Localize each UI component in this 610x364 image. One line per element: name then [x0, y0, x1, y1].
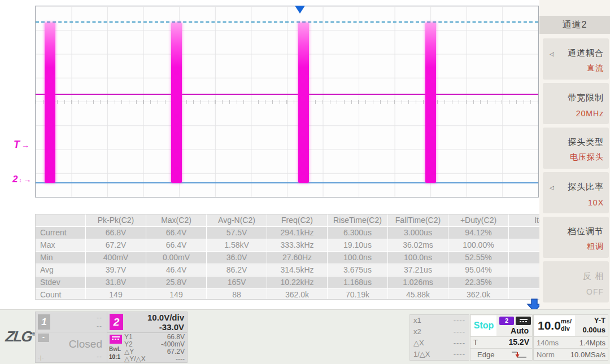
cursor-row: △X---- — [410, 337, 469, 349]
table-cell: 31.8V — [86, 277, 146, 288]
menu-item-value: 电压探头 — [570, 152, 604, 163]
memory-depth-value: 1.4Mpts — [580, 339, 605, 347]
table-cell: 46.4V — [146, 264, 206, 276]
cursor-readout-block[interactable]: x1----x2----△X----1/△X---- — [409, 314, 469, 361]
trigger-level-row: T 15.2V — [470, 336, 532, 348]
popout-left-arrow-icon: ◁ — [550, 51, 554, 57]
table-cell: 70.19k — [328, 289, 387, 300]
cursor-row: x1---- — [410, 315, 469, 326]
trigger-level-label: T — [473, 338, 478, 347]
channel2-badge: 2 — [110, 314, 123, 330]
measurement-table-header-row: Pk-Pk(C2)Max(C2)Avg-N(C2)Freq(C2)RiseTim… — [36, 214, 540, 226]
ch2-marker-label: 2 — [12, 174, 18, 185]
acquisition-mode-text: Norm — [537, 350, 555, 359]
table-cell: 36.02ms — [388, 239, 448, 251]
channel2-menu-panel: 通道2 ◁通道耦合直流带宽限制20MHz探头类型电压探头◁探头比率10X档位调节… — [539, 0, 610, 315]
ch1-coupling-icon: -|- — [38, 355, 44, 361]
timebase-scale-box: 10.0 ms/ div — [534, 315, 575, 336]
pulse-burst — [45, 23, 55, 183]
channel1-status-block[interactable]: 1 -- -- - Closed -|- -- — [35, 312, 107, 363]
table-cell: 52.55% — [448, 252, 508, 264]
trigger-level-value: 15.2V — [508, 337, 529, 347]
table-cell: 1.026ms — [388, 277, 448, 288]
menu-title: 通道2 — [539, 16, 610, 34]
table-cell: 86.2V — [207, 264, 267, 276]
table-cell: 88 — [207, 289, 267, 300]
table-row-label: Current — [36, 227, 85, 239]
table-header-cell: +Duty(C2) — [448, 214, 508, 226]
menu-item-label: 反 相 — [583, 271, 604, 282]
cursor-label: △X — [413, 337, 424, 349]
menu-item-1[interactable]: 带宽限制20MHz — [543, 83, 609, 124]
trigger-status-block[interactable]: Stop 2 Auto T 15.2V Edge — [470, 314, 533, 361]
menu-item-0[interactable]: ◁通道耦合直流 — [543, 38, 609, 80]
ch2-scale-value: 10.0V/div — [147, 313, 184, 322]
updown-arrow-icon: ↕ — [19, 177, 21, 183]
cursor-row: x2---- — [410, 326, 469, 337]
table-header-cell: Max(C2) — [146, 214, 206, 226]
menu-item-value: 直流 — [587, 63, 604, 73]
table-cell — [509, 264, 541, 276]
probe-ratio-flag: 10:1 — [109, 354, 120, 360]
table-cell: 1.58kV — [207, 239, 267, 251]
timebase-window-row: 140ms 1.4Mpts — [534, 336, 608, 348]
timebase-scale-unit: ms/ div — [561, 318, 572, 332]
bandwidth-limit-flag: BwL — [109, 346, 121, 352]
table-cell: 1.168us — [328, 277, 387, 288]
measurement-table: Pk-Pk(C2)Max(C2)Avg-N(C2)Freq(C2)RiseTim… — [35, 214, 541, 300]
table-cell: 67.2V — [86, 239, 146, 251]
table-cell: 45.88k — [388, 289, 448, 300]
table-cell: 314.5kHz — [267, 264, 327, 276]
trigger-coupling-icon — [516, 317, 531, 325]
table-header-cell: RiseTime(C2) — [328, 214, 387, 226]
menu-item-value: 20MHz — [576, 109, 604, 118]
status-bar: ZLG® 1 -- -- - Closed -|- -- 2 10.0V/div… — [0, 309, 610, 364]
trigger-delay-value: 0.00us — [583, 326, 605, 334]
oscilloscope-screen: T→ 2↕→ Pk-Pk(C2)Max(C2)Avg-N(C2)Freq(C2)… — [0, 0, 610, 364]
trigger-type-text: Edge — [477, 350, 494, 359]
table-cell — [509, 239, 541, 251]
table-row-label: Max — [36, 239, 85, 251]
table-cell: 362.0k — [448, 289, 508, 300]
table-row: Count14914988362.0k70.19k45.88k362.0k — [36, 289, 540, 300]
graticule — [35, 6, 539, 198]
cursor-row: 1/△X---- — [410, 349, 469, 360]
menu-item-label: 探头类型 — [568, 137, 604, 148]
trigger-level-marker[interactable]: T→ — [14, 139, 29, 151]
timebase-status-block[interactable]: 10.0 ms/ div Y-T 0.00us 140ms 1.4Mpts No… — [533, 314, 608, 361]
menu-item-2[interactable]: 探头类型电压探头 — [543, 128, 609, 169]
ch2-offset-value: -33.0V — [159, 322, 184, 332]
menu-item-4[interactable]: 档位调节粗调 — [543, 217, 609, 258]
cursor-label: x2 — [413, 326, 421, 337]
trigger-position-marker-icon[interactable] — [295, 6, 305, 14]
channel2-status-block[interactable]: 2 10.0V/div -33.0V BwL 10:1 Y166.8VY2-40… — [107, 312, 188, 363]
ch2-cursor-readouts: Y166.8VY2-400mV△Y67.2V△Y/△X---- — [124, 334, 185, 363]
table-cell: 66.8V — [86, 227, 146, 239]
display-mode-text: Y-T — [594, 316, 605, 324]
table-cell: 36.0V — [207, 252, 267, 264]
center-axis-ticks — [36, 100, 538, 104]
table-cell: 57.5V — [207, 227, 267, 239]
ch2-ground-marker[interactable]: 2↕→ — [12, 174, 31, 185]
menu-item-value: OFF — [586, 287, 604, 296]
table-cell: 95.04% — [448, 264, 508, 276]
menu-item-3[interactable]: ◁探头比率10X — [543, 172, 609, 213]
menu-item-5[interactable]: 反 相OFF — [543, 261, 609, 302]
cursor-line-y1[interactable] — [36, 21, 538, 23]
right-arrow-icon: → — [23, 175, 31, 184]
table-cell: 66.4V — [146, 227, 206, 239]
cursor-line-y2[interactable] — [36, 182, 538, 183]
table-cell: 400mV — [86, 252, 146, 264]
cursor-value: ---- — [454, 326, 465, 337]
table-row-label: Stdev — [36, 277, 85, 288]
trigger-source-badge: 2 — [499, 317, 514, 325]
brand-text: ZLG — [5, 328, 32, 345]
table-header-cell: FallTime(C2) — [388, 214, 448, 226]
table-cell: 100.0ns — [388, 252, 448, 264]
pulse-burst — [425, 23, 436, 183]
table-row: Stdev31.8V25.8V165V10.22kHz1.168us1.026m… — [36, 277, 540, 288]
ch1-offset-value: -- — [97, 322, 102, 330]
table-header-cell: Freq(C2) — [267, 214, 327, 226]
table-header-cell: Pk-Pk(C2) — [86, 214, 146, 226]
table-cell: 3.000us — [388, 227, 448, 239]
